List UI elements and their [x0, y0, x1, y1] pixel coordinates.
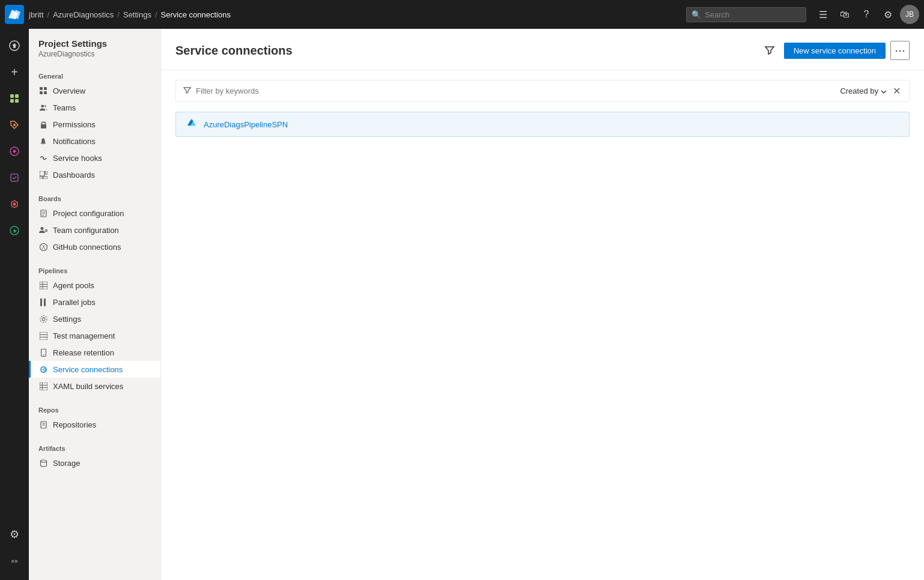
rail-item-artifacts[interactable]: [2, 192, 26, 216]
table3-icon: [38, 381, 48, 391]
search-box[interactable]: 🔍: [686, 7, 806, 22]
svg-rect-22: [43, 177, 47, 179]
sidebar-project-settings-title: Project Settings: [38, 38, 151, 49]
help-icon[interactable]: ?: [857, 5, 876, 24]
settings-icon[interactable]: ⚙: [878, 5, 898, 24]
svg-rect-34: [40, 282, 47, 289]
sidebar-item-label-repositories: Repositories: [53, 420, 151, 429]
table-icon: [38, 280, 48, 290]
sidebar-section-pipelines: Pipelines Agent pools Parallel jobs Sett…: [29, 258, 160, 397]
new-service-connection-button[interactable]: New service connection: [784, 43, 886, 59]
content-header: Service connections New service connecti…: [161, 29, 924, 70]
link-icon: [38, 153, 48, 163]
connection-item-azure-diags[interactable]: AzureDiagsPipelineSPN: [175, 112, 910, 137]
sidebar-item-service-hooks[interactable]: Service hooks: [29, 150, 160, 166]
breadcrumb-sep-1: /: [47, 10, 50, 19]
sidebar-item-dashboards[interactable]: Dashboards: [29, 166, 160, 183]
filter-icon-btn[interactable]: [760, 41, 779, 60]
sidebar-section-repos: Repos Repositories: [29, 397, 160, 435]
people-settings-icon: [38, 225, 48, 235]
sidebar-item-label-test-management: Test management: [53, 331, 151, 340]
breadcrumb-current: Service connections: [161, 10, 231, 19]
sidebar-section-boards: Boards Project configuration Team config…: [29, 186, 160, 258]
filter-bar: Created by ✕: [175, 80, 910, 102]
sidebar-item-label-storage: Storage: [53, 459, 151, 468]
sidebar-item-repositories[interactable]: Repositories: [29, 416, 160, 433]
breadcrumb-jbritt[interactable]: jbritt: [29, 10, 44, 19]
sidebar-section-header-pipelines: Pipelines: [29, 265, 160, 277]
breadcrumb-settings[interactable]: Settings: [123, 10, 151, 19]
sidebar-item-teams[interactable]: Teams: [29, 99, 160, 116]
sidebar-item-label-overview: Overview: [53, 86, 151, 95]
sidebar-item-parallel-jobs[interactable]: Parallel jobs: [29, 294, 160, 310]
rail-item-pipelines[interactable]: [2, 139, 26, 163]
svg-rect-13: [44, 87, 47, 90]
svg-point-16: [41, 104, 44, 107]
sidebar-item-storage[interactable]: Storage: [29, 455, 160, 471]
svg-text:★: ★: [12, 228, 17, 234]
svg-rect-48: [40, 382, 47, 390]
lock-icon: [38, 119, 48, 129]
sidebar-item-service-connections[interactable]: Service connections: [29, 361, 160, 378]
svg-rect-21: [45, 171, 47, 174]
doc-icon2: [38, 420, 48, 429]
rail-item-add[interactable]: +: [2, 60, 26, 84]
azure-cloud-icon: [186, 118, 198, 130]
filter-keywords-input[interactable]: [196, 86, 840, 95]
sidebar-item-permissions[interactable]: Permissions: [29, 116, 160, 133]
sidebar-item-agent-pools[interactable]: Agent pools: [29, 277, 160, 294]
parallel-icon: [38, 297, 48, 307]
sidebar-item-notifications[interactable]: Notifications: [29, 133, 160, 150]
sidebar-item-test-management[interactable]: Test management: [29, 327, 160, 344]
rail-item-repos[interactable]: [2, 113, 26, 137]
sidebar-item-overview[interactable]: Overview: [29, 82, 160, 99]
sidebar-item-settings[interactable]: Settings: [29, 310, 160, 327]
azure-devops-logo[interactable]: [5, 5, 24, 24]
sidebar-item-label-teams: Teams: [53, 103, 151, 112]
doc-icon: [38, 208, 48, 218]
svg-point-27: [41, 227, 44, 230]
svg-point-46: [43, 354, 44, 355]
more-options-button[interactable]: ⋯: [890, 41, 910, 60]
rail-item-testplans[interactable]: [2, 166, 26, 190]
sidebar-item-github-connections[interactable]: GitHub connections: [29, 238, 160, 255]
dashboard-icon: [38, 170, 48, 180]
search-input[interactable]: [705, 10, 801, 19]
storage-icon: [38, 458, 48, 468]
filter-bar-icon: [183, 86, 191, 96]
phone-icon: [38, 348, 48, 357]
notification-icon[interactable]: ☰: [813, 5, 833, 24]
svg-point-41: [40, 315, 46, 322]
sidebar: Project Settings AzureDiagnostics Genera…: [29, 29, 161, 580]
filter-clear-button[interactable]: ✕: [892, 84, 902, 98]
rail-item-home[interactable]: [2, 34, 26, 58]
grid-icon: [38, 86, 48, 95]
rail-bottom: ⚙ «»: [2, 522, 26, 575]
main-layout: +: [0, 29, 924, 580]
sidebar-item-release-retention[interactable]: Release retention: [29, 344, 160, 361]
created-by-button[interactable]: Created by: [840, 86, 887, 95]
svg-point-28: [46, 230, 47, 232]
avatar[interactable]: JB: [900, 5, 919, 24]
breadcrumb-azurediagnostics[interactable]: AzureDiagnostics: [53, 10, 114, 19]
bell-icon: [38, 136, 48, 146]
chevron-down-icon: [881, 86, 887, 95]
svg-rect-3: [15, 94, 19, 98]
svg-point-17: [44, 104, 46, 107]
gear-icon: [38, 314, 48, 324]
sidebar-section-header-general: General: [29, 70, 160, 82]
sidebar-item-project-configuration[interactable]: Project configuration: [29, 205, 160, 222]
sidebar-item-xaml-build-services[interactable]: XAML build services: [29, 378, 160, 394]
basket-icon[interactable]: 🛍: [835, 5, 854, 24]
svg-rect-12: [40, 87, 43, 90]
rail-item-expand[interactable]: «»: [2, 549, 26, 573]
sidebar-item-label-agent-pools: Agent pools: [53, 281, 151, 290]
rail-item-favorites[interactable]: ★: [2, 219, 26, 243]
svg-rect-4: [10, 99, 14, 103]
sidebar-section-artifacts: Artifacts Storage: [29, 435, 160, 474]
rail-item-settings[interactable]: ⚙: [2, 522, 26, 546]
rail-item-boards[interactable]: [2, 86, 26, 110]
sidebar-section-header-boards: Boards: [29, 193, 160, 205]
sidebar-item-team-configuration[interactable]: Team configuration: [29, 222, 160, 238]
sidebar-item-label-notifications: Notifications: [53, 137, 151, 146]
